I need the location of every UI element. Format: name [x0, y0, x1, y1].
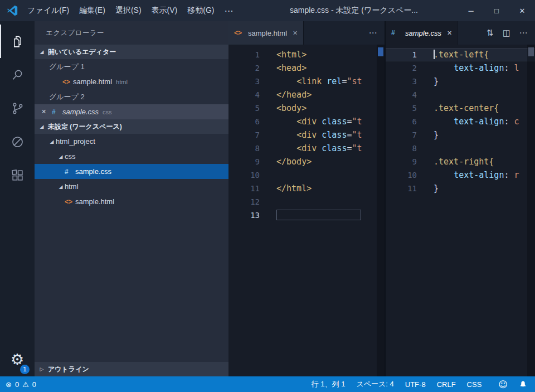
line-number: 9 — [386, 155, 417, 168]
html-file-icon: <> — [62, 78, 73, 86]
css-file-icon: # — [391, 29, 402, 37]
line-number: 7 — [228, 128, 260, 142]
code-line-1[interactable]: 1<html> — [228, 48, 385, 61]
tree-item-sample-css[interactable]: # sample.css — [35, 164, 228, 179]
cursor-position-indicator[interactable]: 行 1、列 1 — [312, 379, 346, 389]
outline-header[interactable]: ▷ アウトライン — [35, 362, 228, 376]
code-editor-css[interactable]: 1.text-left{2 text-align: l3}45.text-cen… — [386, 45, 535, 376]
line-number: 7 — [386, 128, 417, 142]
code-line-6[interactable]: 6 <div class="t — [228, 115, 385, 128]
close-icon[interactable]: ✕ — [41, 108, 50, 115]
editor-group-1-label: グループ 1 — [35, 59, 228, 74]
maximize-button[interactable]: □ — [484, 0, 509, 21]
toggle-layout-icon[interactable]: ⇅ — [483, 28, 497, 38]
code-line-4[interactable]: 4</head> — [228, 88, 385, 101]
menu-file[interactable]: ファイル(F) — [22, 0, 74, 21]
workspace-header[interactable]: ◢ 未設定 (ワークスペース) — [35, 119, 228, 134]
code-line-10[interactable]: 10 text-align: r — [386, 168, 535, 182]
code-line-7[interactable]: 7} — [386, 128, 535, 142]
chevron-expanded-icon: ◢ — [48, 139, 56, 144]
menu-more-icon[interactable]: ⋯ — [219, 0, 238, 21]
line-number: 5 — [386, 101, 417, 115]
open-editor-sample-html[interactable]: <> sample.html html — [35, 74, 228, 89]
eol-indicator[interactable]: CRLF — [437, 380, 456, 389]
close-icon[interactable]: ✕ — [447, 30, 452, 37]
tree-item-sample-html[interactable]: <> sample.html — [35, 194, 228, 209]
warning-count: 0 — [32, 380, 36, 389]
menu-go[interactable]: 移動(G) — [182, 0, 219, 21]
code-line-10[interactable]: 10 — [228, 168, 385, 182]
code-line-4[interactable]: 4 — [386, 88, 535, 101]
line-number: 6 — [228, 115, 260, 128]
explorer-sidebar: エクスプローラー ◢ 開いているエディター グループ 1 <> sample.h… — [35, 21, 228, 376]
explorer-icon[interactable] — [0, 25, 35, 58]
menu-view[interactable]: 表示(V) — [147, 0, 183, 21]
open-editors-header[interactable]: ◢ 開いているエディター — [35, 45, 228, 59]
tree-folder-html[interactable]: ◢ html — [35, 179, 228, 194]
more-actions-icon[interactable]: ⋯ — [366, 28, 380, 38]
scrollbar[interactable] — [377, 45, 385, 376]
indentation-indicator[interactable]: スペース: 4 — [356, 379, 393, 389]
menu-edit[interactable]: 編集(E) — [74, 0, 110, 21]
encoding-indicator[interactable]: UTF-8 — [405, 380, 426, 389]
problems-indicator[interactable]: ⊗ 0 ⚠ 0 — [6, 380, 36, 389]
line-number: 1 — [228, 48, 260, 61]
feedback-smiley-icon[interactable]: ☺ — [498, 379, 508, 390]
source-control-icon[interactable] — [0, 91, 35, 125]
tab-sample-html[interactable]: <> sample.html ✕ — [228, 21, 304, 45]
tab-sample-css[interactable]: # sample.css ✕ — [386, 21, 458, 45]
error-count: 0 — [15, 380, 19, 389]
code-editor-html[interactable]: 1<html>2<head>3 <link rel="st4</head>5<b… — [228, 45, 385, 376]
line-number: 8 — [228, 142, 260, 155]
inline-input-box[interactable] — [276, 210, 361, 220]
more-actions-icon[interactable]: ⋯ — [516, 28, 531, 38]
close-window-button[interactable]: ✕ — [509, 0, 535, 21]
line-number: 10 — [386, 168, 417, 182]
open-editor-sample-css[interactable]: ✕ # sample.css css — [35, 104, 228, 119]
tab-bar: # sample.css ✕ ⇅ ◫ ⋯ — [386, 21, 535, 45]
notifications-bell-icon[interactable] — [519, 380, 527, 389]
tab-bar: <> sample.html ✕ ⋯ — [228, 21, 385, 45]
code-line-2[interactable]: 2 text-align: l — [386, 61, 535, 75]
code-line-2[interactable]: 2<head> — [228, 61, 385, 75]
line-number: 13 — [228, 209, 260, 222]
code-line-13[interactable]: 13 — [228, 209, 385, 222]
code-line-11[interactable]: 11} — [386, 182, 535, 195]
code-line-12[interactable]: 12 — [228, 195, 385, 209]
close-icon[interactable]: ✕ — [293, 30, 298, 37]
code-line-9[interactable]: 9</body> — [228, 155, 385, 168]
line-number: 2 — [386, 61, 417, 75]
code-line-3[interactable]: 3 <link rel="st — [228, 75, 385, 88]
menu-bar: ファイル(F) 編集(E) 選択(S) 表示(V) 移動(G) ⋯ — [22, 0, 238, 21]
chevron-expanded-icon: ◢ — [38, 124, 46, 129]
code-line-3[interactable]: 3} — [386, 75, 535, 88]
code-line-5[interactable]: 5<body> — [228, 101, 385, 115]
language-indicator[interactable]: CSS — [467, 380, 482, 389]
code-line-8[interactable]: 8 <div class="t — [228, 142, 385, 155]
code-line-1[interactable]: 1.text-left{ — [386, 48, 535, 61]
debug-icon[interactable] — [0, 125, 35, 158]
line-number: 11 — [386, 182, 417, 195]
code-line-6[interactable]: 6 text-align: c — [386, 115, 535, 128]
menu-selection[interactable]: 選択(S) — [110, 0, 147, 21]
sidebar-title: エクスプローラー — [35, 21, 228, 45]
line-number: 4 — [386, 88, 417, 101]
line-number: 12 — [228, 195, 260, 209]
tree-folder-html-project[interactable]: ◢ html_project — [35, 134, 228, 149]
code-line-9[interactable]: 9.text-right{ — [386, 155, 535, 168]
editor-area: <> sample.html ✕ ⋯ 1<html>2<head>3 <link… — [228, 21, 535, 376]
settings-gear-icon[interactable]: ⚙ 1 — [0, 342, 35, 376]
split-editor-icon[interactable]: ◫ — [499, 28, 514, 38]
code-line-11[interactable]: 11</html> — [228, 182, 385, 195]
css-file-icon: # — [52, 108, 62, 116]
tree-folder-css[interactable]: ◢ css — [35, 149, 228, 164]
search-icon[interactable] — [0, 58, 35, 91]
code-line-7[interactable]: 7 <div class="t — [228, 128, 385, 142]
code-line-8[interactable]: 8 — [386, 142, 535, 155]
open-editors-label: 開いているエディター — [48, 47, 116, 57]
minimize-button[interactable]: ─ — [458, 0, 484, 21]
line-number: 4 — [228, 88, 260, 101]
extensions-icon[interactable] — [0, 158, 35, 192]
scrollbar[interactable] — [527, 45, 535, 376]
code-line-5[interactable]: 5.text-center{ — [386, 101, 535, 115]
